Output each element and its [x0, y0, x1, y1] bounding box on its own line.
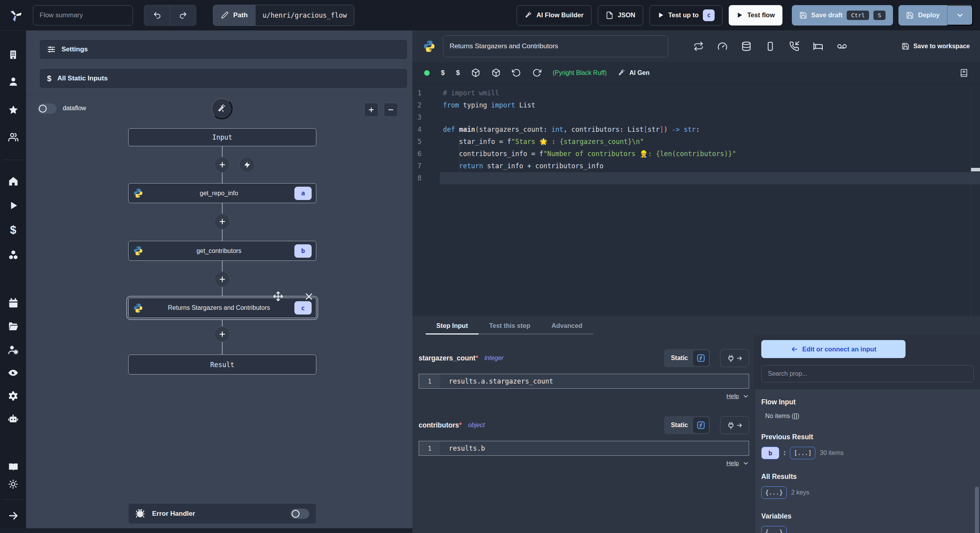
code-line[interactable]: # import wmill: [440, 87, 980, 99]
step-b-chip[interactable]: b: [761, 447, 779, 459]
help-link[interactable]: Help: [726, 393, 739, 400]
library-book-icon[interactable]: [960, 69, 968, 77]
code-line[interactable]: from typing import List: [440, 99, 980, 111]
favorites-star-icon[interactable]: [0, 104, 26, 115]
collapsed-object-chip[interactable]: {...}: [761, 526, 787, 533]
help-link[interactable]: Help: [726, 460, 739, 467]
code-line[interactable]: [440, 172, 980, 184]
code-line[interactable]: return star_info + contributors_info: [440, 160, 980, 172]
error-handler-toggle[interactable]: [290, 509, 309, 519]
expression-value[interactable]: results.a.stargazers_count: [440, 374, 749, 388]
tab-advanced[interactable]: Advanced: [541, 318, 593, 335]
flow-node-step-b[interactable]: get_contributors b: [128, 241, 316, 261]
deploy-more-button[interactable]: [947, 5, 973, 25]
undo-button[interactable]: [144, 5, 170, 25]
collapsed-object-chip[interactable]: {...}: [761, 486, 787, 499]
zoom-in-button[interactable]: [364, 103, 378, 117]
suspend-phone-icon[interactable]: [789, 41, 799, 51]
path-value[interactable]: u/henri/gracious_flow: [256, 5, 354, 25]
windmill-logo-icon[interactable]: [7, 7, 24, 23]
flow-node-step-c-selected[interactable]: Returns Stargazers and Contributors c: [128, 298, 316, 318]
workers-icon[interactable]: [0, 344, 26, 355]
expand-sidebar-icon[interactable]: [0, 510, 26, 521]
resources-icon[interactable]: [0, 249, 26, 260]
json-button[interactable]: JSON: [598, 5, 643, 25]
expression-input[interactable]: 1 results.a.stargazers_count: [419, 374, 749, 389]
early-stop-gauge-icon[interactable]: [717, 41, 728, 51]
mock-voicemail-icon[interactable]: [837, 41, 847, 51]
code-line[interactable]: def main(stargazers_count: int, contribu…: [440, 124, 980, 136]
error-handler-node[interactable]: Error Handler: [128, 503, 316, 524]
chevron-down-icon[interactable]: [742, 460, 749, 467]
ai-gen-button[interactable]: AI Gen: [618, 69, 650, 77]
scrollbar-thumb[interactable]: [975, 487, 979, 533]
collapsed-array-chip[interactable]: [...]: [790, 447, 815, 459]
tab-test-this-step[interactable]: Test this step: [479, 318, 541, 335]
package-icon[interactable]: [471, 68, 480, 77]
path-field[interactable]: Path u/henri/gracious_flow: [213, 5, 354, 26]
tab-step-input[interactable]: Step Input: [426, 318, 479, 335]
zoom-out-button[interactable]: [384, 103, 398, 117]
home-icon[interactable]: [0, 176, 26, 187]
all-results-heading[interactable]: All Results: [761, 473, 974, 481]
ai-flow-builder-button[interactable]: AI Flow Builder: [517, 5, 592, 25]
resources-dollar-icon[interactable]: $: [456, 69, 459, 77]
theme-sun-icon[interactable]: [0, 479, 26, 489]
cache-database-icon[interactable]: [741, 41, 751, 51]
flow-settings-button[interactable]: Settings: [39, 39, 408, 60]
expression-value[interactable]: results.b: [440, 441, 749, 455]
search-prop-input[interactable]: [761, 365, 974, 382]
minimap-slider[interactable]: [971, 168, 980, 171]
retries-repeat-icon[interactable]: [693, 41, 704, 51]
dataflow-toggle[interactable]: [38, 104, 56, 114]
flow-node-result[interactable]: Result: [128, 355, 316, 375]
trigger-zap-button[interactable]: [239, 157, 255, 173]
save-to-workspace-button[interactable]: Save to workspace: [902, 42, 970, 50]
previous-result-heading[interactable]: Previous Result: [761, 433, 974, 441]
flow-summary-input[interactable]: [33, 5, 133, 25]
input-mode-toggle[interactable]: Static: [664, 349, 710, 367]
insert-step-button[interactable]: [214, 157, 230, 173]
input-mode-toggle[interactable]: Static: [664, 416, 710, 434]
edit-or-connect-button[interactable]: Edit or connect an input: [761, 340, 906, 358]
code-line[interactable]: star_info = f"Stars 🌟 : {stargazers_coun…: [440, 136, 980, 148]
code-editor[interactable]: 12345678 # import wmillfrom typing impor…: [412, 84, 980, 316]
folders-icon[interactable]: [0, 321, 26, 332]
flow-node-input[interactable]: Input: [128, 128, 316, 146]
runs-icon[interactable]: [0, 200, 26, 211]
save-draft-button[interactable]: Save draft Ctrl S: [792, 5, 893, 25]
schedules-icon[interactable]: [0, 298, 26, 309]
flow-input-heading[interactable]: Flow Input: [761, 398, 974, 406]
reset-rotate-ccw-icon[interactable]: [512, 68, 521, 77]
connect-input-plug-button[interactable]: [720, 349, 749, 367]
insert-step-button[interactable]: [214, 271, 230, 287]
reload-rotate-cw-icon[interactable]: [532, 68, 541, 77]
docs-book-icon[interactable]: [0, 462, 26, 473]
workspace-icon[interactable]: [0, 49, 26, 60]
code-line[interactable]: contributors_info = f"Number of contribu…: [440, 148, 980, 160]
insert-step-button[interactable]: [214, 214, 230, 229]
test-up-to-button[interactable]: Test up to c: [650, 5, 723, 25]
ai-bot-icon[interactable]: [0, 414, 26, 425]
chevron-down-icon[interactable]: [742, 393, 749, 400]
variables-dollar-icon[interactable]: $: [441, 69, 445, 77]
connect-input-plug-button[interactable]: [720, 416, 749, 434]
mode-expression-button[interactable]: [693, 417, 709, 433]
delete-step-icon[interactable]: [304, 292, 314, 301]
code-line[interactable]: [440, 111, 980, 124]
flow-node-step-a[interactable]: get_repo_info a: [128, 183, 316, 203]
test-flow-button[interactable]: Test flow: [729, 5, 782, 25]
audit-eye-icon[interactable]: [0, 367, 26, 378]
all-static-inputs-button[interactable]: $ All Static Inputs: [39, 68, 408, 89]
expression-input[interactable]: 1 results.b: [419, 441, 749, 456]
settings-gear-icon[interactable]: [0, 390, 26, 402]
variables-heading[interactable]: Variables: [761, 512, 974, 520]
deploy-button[interactable]: Deploy: [898, 5, 947, 25]
redo-button[interactable]: [170, 5, 196, 25]
concurrency-square-icon[interactable]: [765, 41, 775, 51]
user-icon[interactable]: [0, 76, 26, 87]
move-step-icon[interactable]: [273, 291, 283, 302]
groups-icon[interactable]: [0, 131, 26, 142]
mode-expression-button[interactable]: [693, 350, 709, 366]
step-title-input[interactable]: [443, 35, 668, 57]
